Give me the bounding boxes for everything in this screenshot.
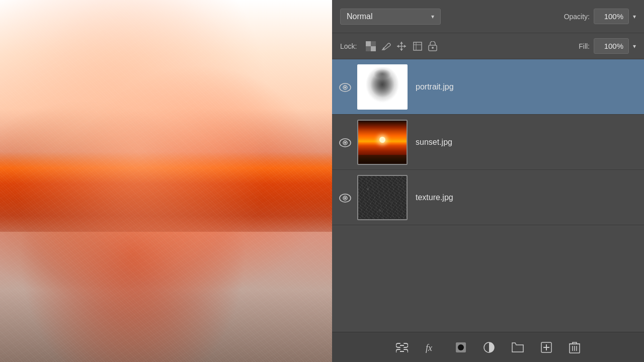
layer-name-portrait: portrait.jpg (416, 82, 454, 92)
layer-visibility-texture[interactable] (338, 192, 352, 203)
add-mask-button[interactable] (451, 339, 470, 356)
blend-mode-dropdown[interactable]: Normal ▾ (340, 9, 441, 25)
layer-thumbnail-texture (357, 175, 408, 220)
svg-marker-9 (404, 45, 406, 48)
texture-thumb-image (358, 176, 407, 219)
lock-icons (366, 40, 437, 51)
lock-position-icon[interactable] (396, 40, 407, 51)
lock-artboard-icon[interactable] (412, 40, 423, 51)
layer-item-portrait[interactable]: portrait.jpg (332, 59, 644, 115)
layer-name-texture: texture.jpg (416, 193, 453, 202)
add-layer-style-button[interactable]: fx (421, 339, 442, 356)
svg-marker-6 (400, 42, 403, 44)
fill-chevron[interactable]: ▾ (633, 43, 636, 50)
lock-label: Lock: (340, 42, 357, 50)
layer-item-sunset[interactable]: sunset.jpg (332, 115, 644, 170)
lock-fill-row: Lock: (332, 33, 644, 59)
add-adjustment-button[interactable] (479, 339, 499, 356)
opacity-value[interactable]: 100% (594, 9, 629, 24)
new-layer-button[interactable] (537, 339, 556, 356)
svg-point-20 (344, 142, 346, 144)
opacity-chevron[interactable]: ▾ (633, 13, 636, 20)
lock-transparency-icon[interactable] (366, 41, 376, 51)
svg-rect-10 (414, 42, 422, 50)
blend-mode-value: Normal (347, 12, 427, 21)
svg-rect-0 (366, 41, 371, 46)
svg-rect-3 (371, 46, 376, 51)
fill-value[interactable]: 100% (594, 38, 629, 54)
blend-mode-chevron: ▾ (431, 13, 434, 20)
lock-image-icon[interactable] (381, 41, 391, 51)
group-layers-button[interactable] (508, 339, 528, 356)
lock-all-icon[interactable] (428, 41, 437, 51)
layer-toolbar: fx (332, 332, 644, 362)
svg-text:fx: fx (426, 343, 432, 353)
layer-visibility-portrait[interactable] (338, 81, 352, 93)
canvas-area (0, 0, 332, 362)
svg-point-23 (344, 197, 346, 199)
layer-visibility-sunset[interactable] (338, 136, 352, 148)
sunset-thumb-image (358, 121, 407, 164)
texture-overlay (0, 0, 332, 362)
portrait-thumb-image (358, 65, 407, 109)
blend-opacity-row: Normal ▾ Opacity: 100% ▾ (332, 0, 644, 33)
layer-thumbnail-sunset (357, 120, 408, 165)
svg-point-17 (344, 86, 346, 88)
layer-thumbnail-portrait (357, 64, 408, 110)
opacity-group: Opacity: 100% ▾ (564, 9, 636, 24)
delete-layer-button[interactable] (565, 338, 584, 356)
link-layers-button[interactable] (392, 339, 412, 355)
svg-marker-7 (400, 49, 403, 51)
layer-name-sunset: sunset.jpg (416, 138, 452, 147)
layers-list: portrait.jpg sunset.jpg (332, 59, 644, 332)
svg-rect-2 (366, 46, 371, 51)
svg-point-28 (458, 344, 464, 350)
layers-panel: Normal ▾ Opacity: 100% ▾ Lock: (332, 0, 644, 362)
svg-point-14 (432, 47, 434, 49)
fill-label: Fill: (579, 42, 590, 50)
svg-rect-1 (371, 41, 376, 46)
fill-group: Fill: 100% ▾ (579, 38, 636, 54)
svg-marker-8 (397, 45, 399, 48)
layer-item-texture[interactable]: texture.jpg (332, 170, 644, 225)
opacity-label: Opacity: (564, 13, 590, 21)
